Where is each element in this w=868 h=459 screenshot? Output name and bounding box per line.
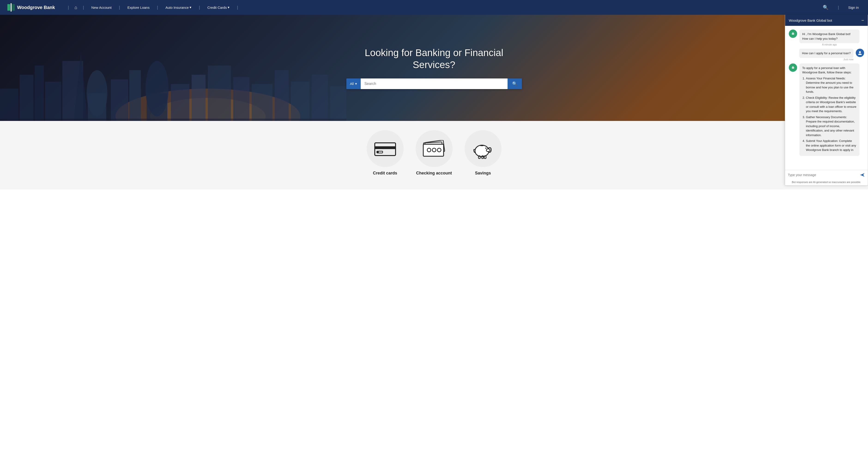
chatbot-minimize-button[interactable]: − bbox=[861, 18, 864, 23]
service-card-savings[interactable]: Savings bbox=[462, 130, 504, 175]
svg-rect-0 bbox=[7, 4, 10, 11]
svg-point-56 bbox=[793, 66, 793, 67]
svg-rect-25 bbox=[330, 86, 346, 121]
svg-point-46 bbox=[792, 33, 793, 34]
svg-rect-1 bbox=[11, 3, 11, 11]
bot-response-row: To apply for a personal loan with Woodgr… bbox=[789, 63, 864, 156]
hero-section: Looking for Banking or Financial Service… bbox=[0, 15, 868, 121]
bot-greeting-row: Hi , I'm Woodgrove Bank Global bot! How … bbox=[789, 30, 864, 46]
chatbot-messages: Hi , I'm Woodgrove Bank Global bot! How … bbox=[785, 26, 868, 170]
bot-list-item-4: Submit Your Application: Complete the on… bbox=[806, 139, 857, 152]
nav-auto-insurance[interactable]: Auto Insurance ▾ bbox=[162, 0, 195, 15]
brand[interactable]: Woodgrove Bank bbox=[7, 3, 55, 11]
chatbot-header: Woodgrove Bank Global bot − bbox=[785, 15, 868, 26]
user-message-row: How can I apply for a personal loan? Jus… bbox=[789, 49, 864, 61]
nav-new-account[interactable]: New Account bbox=[88, 0, 116, 15]
hero-title: Looking for Banking or Financial Service… bbox=[346, 47, 522, 71]
user-icon bbox=[857, 50, 863, 55]
chatbot-send-button[interactable] bbox=[860, 172, 865, 177]
svg-rect-17 bbox=[171, 84, 189, 121]
nav-divider-5: | bbox=[237, 5, 238, 10]
bot-list-item-3: Gather Necessary Documents: Prepare the … bbox=[806, 115, 857, 137]
search-submit-icon: 🔍 bbox=[512, 81, 517, 86]
svg-rect-22 bbox=[275, 70, 289, 121]
bot-response-intro: To apply for a personal loan with Woodgr… bbox=[802, 66, 851, 74]
svg-point-54 bbox=[793, 67, 794, 68]
search-category-button[interactable]: All ▾ bbox=[346, 78, 361, 89]
chatbot-disclaimer: Bot responses are AI-generated so inaccu… bbox=[785, 180, 868, 185]
brand-logo bbox=[7, 3, 15, 11]
nav-divider-6: | bbox=[838, 5, 839, 10]
savings-label: Savings bbox=[475, 171, 491, 175]
greeting-timestamp: A minute ago bbox=[799, 43, 860, 46]
search-input[interactable] bbox=[361, 78, 507, 89]
bot-icon-2 bbox=[790, 65, 796, 70]
brand-name: Woodgrove Bank bbox=[17, 5, 55, 10]
nav-divider-home: | bbox=[68, 5, 69, 10]
chatbot-title: Woodgrove Bank Global bot bbox=[789, 19, 832, 22]
service-card-checking[interactable]: Checking account bbox=[413, 130, 455, 175]
bot-response-bubble: To apply for a personal loan with Woodgr… bbox=[799, 63, 860, 156]
service-card-credit-cards[interactable]: Credit cards bbox=[364, 130, 406, 175]
bot-avatar-2 bbox=[789, 63, 797, 72]
search-bar: All ▾ 🔍 bbox=[346, 78, 522, 89]
hero-skyline bbox=[0, 47, 346, 121]
nav-divider-2: | bbox=[119, 5, 120, 10]
svg-point-49 bbox=[793, 32, 793, 33]
services-section: Credit cards Checking account bbox=[0, 121, 868, 190]
svg-rect-28 bbox=[375, 146, 396, 149]
svg-point-47 bbox=[793, 33, 794, 34]
checking-icon-circle bbox=[416, 130, 453, 167]
home-icon[interactable]: ⌂ bbox=[73, 5, 79, 10]
chatbot-text-input[interactable] bbox=[788, 173, 858, 177]
svg-rect-19 bbox=[208, 66, 231, 121]
nav-explore-loans[interactable]: Explore Loans bbox=[124, 0, 153, 15]
navbar-actions: 🔍 | Sign in bbox=[821, 3, 861, 12]
bot-list-item-2: Check Eligibility: Review the eligibilit… bbox=[806, 96, 857, 113]
credit-cards-chevron: ▾ bbox=[228, 5, 229, 9]
navbar-links: | ⌂ | New Account | Explore Loans | Auto… bbox=[64, 0, 821, 15]
user-avatar bbox=[856, 49, 864, 57]
search-submit-button[interactable]: 🔍 bbox=[507, 78, 522, 89]
greeting-text: Hi , I'm Woodgrove Bank Global bot! How … bbox=[799, 30, 860, 43]
bot-greeting-bubble: Hi , I'm Woodgrove Bank Global bot! How … bbox=[799, 30, 860, 46]
svg-rect-30 bbox=[377, 151, 379, 153]
user-timestamp: Just now bbox=[799, 58, 854, 61]
bot-avatar-1 bbox=[789, 30, 797, 38]
search-category-label: All bbox=[350, 82, 354, 86]
svg-rect-14 bbox=[129, 70, 141, 121]
hero-content: Looking for Banking or Financial Service… bbox=[342, 47, 526, 89]
savings-icon bbox=[471, 138, 495, 159]
checking-label: Checking account bbox=[416, 171, 452, 175]
navbar: Woodgrove Bank | ⌂ | New Account | Explo… bbox=[0, 0, 868, 15]
svg-rect-26 bbox=[0, 119, 346, 121]
svg-rect-33 bbox=[423, 144, 443, 156]
savings-icon-circle bbox=[465, 130, 501, 167]
credit-cards-label: Credit cards bbox=[373, 171, 397, 175]
credit-cards-icon-circle bbox=[367, 130, 404, 167]
chatbot-input-area bbox=[785, 170, 868, 180]
checking-account-icon bbox=[422, 140, 447, 157]
send-icon bbox=[860, 172, 865, 177]
svg-rect-13 bbox=[111, 79, 128, 121]
svg-rect-18 bbox=[192, 75, 206, 121]
bot-list-item-1: Assess Your Financial Needs: Determine t… bbox=[806, 76, 857, 94]
bot-response-list: Assess Your Financial Needs: Determine t… bbox=[802, 76, 857, 152]
nav-divider-1: | bbox=[83, 5, 84, 10]
signin-link[interactable]: Sign in bbox=[846, 5, 861, 9]
svg-rect-20 bbox=[233, 77, 249, 121]
svg-rect-21 bbox=[252, 84, 273, 121]
search-button[interactable]: 🔍 bbox=[821, 3, 830, 12]
svg-point-39 bbox=[485, 148, 486, 149]
auto-insurance-chevron: ▾ bbox=[190, 5, 191, 9]
nav-divider-3: | bbox=[157, 5, 158, 10]
svg-point-50 bbox=[859, 51, 861, 53]
nav-credit-cards[interactable]: Credit Cards ▾ bbox=[204, 0, 233, 15]
user-message-text: How can I apply for a personal loan? bbox=[799, 49, 854, 58]
svg-point-38 bbox=[486, 149, 490, 152]
bot-icon bbox=[790, 31, 796, 36]
svg-rect-23 bbox=[291, 82, 309, 121]
chatbot-window: Woodgrove Bank Global bot − Hi , I'm Woo… bbox=[785, 15, 868, 186]
nav-divider-4: | bbox=[199, 5, 200, 10]
svg-rect-6 bbox=[20, 75, 33, 121]
